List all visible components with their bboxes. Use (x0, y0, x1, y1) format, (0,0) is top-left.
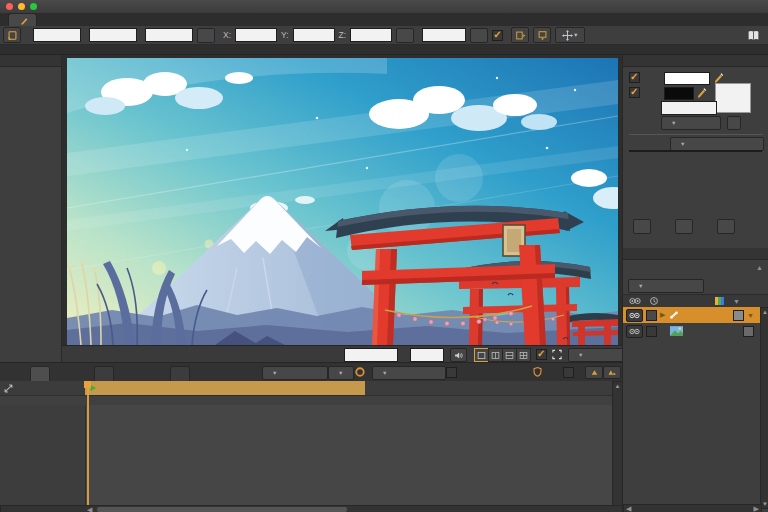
expand-arrow-icon[interactable]: ▶ (660, 311, 665, 319)
timeline-ruler[interactable] (0, 381, 622, 395)
fill-checkbox[interactable] (629, 72, 640, 83)
timeline-scroll-thumb[interactable] (97, 507, 347, 512)
fill-color-swatch[interactable] (664, 72, 710, 85)
layer-row-selected[interactable]: ▶ ▼ (623, 307, 768, 323)
timeline-vertical-scrollbar[interactable]: ▲ (612, 381, 622, 507)
scale-y-input[interactable] (293, 28, 335, 42)
flip-layer-vertically-button[interactable] (533, 27, 551, 43)
scale-z-input[interactable] (350, 28, 392, 42)
mute-audio-button[interactable] (450, 348, 467, 362)
layers-collapse-icon[interactable]: ▲ (756, 264, 763, 271)
stroke-eyedropper-icon[interactable] (696, 86, 708, 98)
current-tool-icon (3, 27, 21, 43)
layers-horizontal-scrollbar[interactable]: ◀▶ (623, 504, 762, 512)
layers-vertical-scrollbar[interactable]: ▲▼ (760, 307, 768, 509)
interval-dropdown[interactable] (328, 366, 354, 380)
view-layout-horizontal-button[interactable] (502, 348, 517, 362)
angle-input[interactable] (422, 28, 466, 42)
layer-color-swatch[interactable] (743, 326, 754, 337)
swatches-dropdown[interactable] (670, 137, 764, 151)
scale-y-label: Y: (281, 30, 289, 40)
effect-more-button[interactable] (727, 116, 741, 130)
reset-scale-button[interactable] (396, 28, 414, 43)
stroke-checkbox[interactable] (629, 87, 640, 98)
tab-sequencer[interactable] (94, 366, 114, 382)
reset-position-button[interactable] (197, 28, 215, 43)
zoom-timeline-in-button[interactable] (603, 366, 621, 379)
stroke-row (629, 87, 644, 98)
interpolation-dropdown[interactable] (262, 366, 328, 380)
flip-layer-horizontally-button[interactable] (511, 27, 529, 43)
titlebar (0, 0, 768, 14)
reset-style-button[interactable] (717, 219, 735, 234)
layer-animated-checkbox[interactable] (646, 310, 657, 321)
effect-dropdown[interactable] (661, 116, 721, 130)
zoom-timeline-out-button[interactable] (585, 366, 603, 379)
minimize-window-button[interactable] (18, 3, 25, 10)
copy-style-button[interactable] (633, 219, 651, 234)
filter-column-icon: ▼ (733, 298, 740, 305)
document-tab[interactable] (8, 13, 37, 27)
timeline-horizontal-scrollbar[interactable]: ◀ (0, 505, 622, 512)
edit-pencil-icon (20, 16, 29, 25)
onion-skins-dropdown[interactable] (372, 366, 446, 380)
onion-skin-icon[interactable] (354, 366, 366, 378)
no-brush-button[interactable] (715, 83, 751, 113)
scale-x-label: X: (223, 30, 231, 40)
view-layout-single-button[interactable] (474, 348, 489, 362)
library-icon[interactable] (746, 29, 761, 42)
position-y-input[interactable] (89, 28, 137, 42)
layer-visible-button[interactable] (626, 325, 643, 338)
layer-color-swatch[interactable] (733, 310, 744, 321)
scale-x-input[interactable] (235, 28, 277, 42)
tab-motion-graph[interactable] (170, 366, 190, 382)
color-column-icon (715, 297, 724, 305)
show-path-checkbox[interactable] (492, 30, 503, 41)
position-x-input[interactable] (33, 28, 81, 42)
safe-zone-icon[interactable] (551, 349, 563, 360)
tools-panel-title (0, 55, 61, 67)
document-tabbar (0, 13, 768, 27)
keyframe-shield-icon[interactable] (532, 366, 543, 378)
layer-animated-checkbox[interactable] (646, 326, 657, 337)
position-z-input[interactable] (145, 28, 193, 42)
timeline-resize-icon[interactable] (3, 383, 14, 394)
tools-panel (0, 55, 62, 362)
layer-menu-icon[interactable]: ▼ (747, 312, 754, 319)
style-divider (629, 134, 763, 135)
bone-layer-icon (668, 310, 680, 320)
timeline-panel: ▲ ◀ (0, 362, 622, 512)
style-panel-title (623, 55, 768, 67)
stroke-width-input[interactable] (661, 101, 717, 115)
tab-channels[interactable] (30, 366, 50, 382)
stroke-color-swatch[interactable] (664, 87, 694, 100)
view-layout-four-button[interactable] (516, 348, 531, 362)
view-layout-two-button[interactable] (488, 348, 503, 362)
scale-z-label: Z: (339, 30, 347, 40)
channel-list (0, 405, 86, 505)
layers-panel-title (623, 248, 768, 260)
zoom-window-button[interactable] (30, 3, 37, 10)
layer-row[interactable] (623, 323, 768, 339)
reset-angle-button[interactable] (470, 28, 488, 43)
paste-style-button[interactable] (675, 219, 693, 234)
canvas-artwork[interactable] (67, 58, 618, 345)
layer-filter-dropdown[interactable] (628, 279, 704, 293)
end-frame-input[interactable] (410, 348, 444, 362)
moho-window: X: Y: Z: ▼ (0, 0, 768, 512)
visibility-column-icon (629, 297, 641, 305)
image-layer-thumbnail (670, 326, 683, 336)
timeline-tracks[interactable] (0, 405, 622, 505)
auto-freeze-checkbox[interactable] (563, 367, 574, 378)
current-frame-input[interactable] (344, 348, 398, 362)
transform-options-button[interactable]: ▼ (555, 27, 585, 43)
relative-keyframing-checkbox[interactable] (446, 367, 457, 378)
playback-range-band (85, 381, 365, 395)
layer-visible-button[interactable] (626, 309, 643, 322)
stereo-view-checkbox[interactable] (536, 349, 547, 360)
timeline-tabbar (0, 363, 622, 382)
playhead-line[interactable] (87, 381, 89, 505)
close-window-button[interactable] (6, 3, 13, 10)
status-hint-bar (0, 45, 768, 55)
fill-eyedropper-icon[interactable] (713, 71, 725, 83)
